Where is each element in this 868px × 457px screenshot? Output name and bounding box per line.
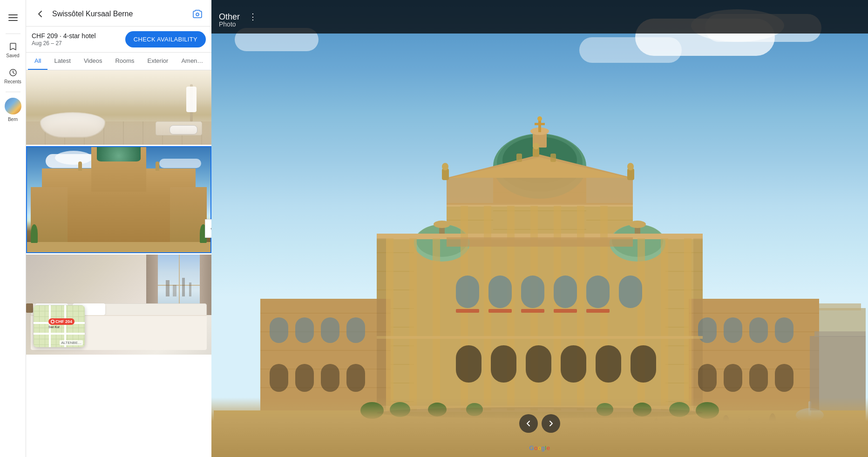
svg-rect-61 — [386, 238, 393, 410]
map-hotel-name: Swi Kur — [48, 325, 75, 329]
photo-bathroom[interactable] — [26, 70, 211, 145]
svg-rect-79 — [619, 276, 642, 308]
tab-videos[interactable]: Videos — [77, 53, 109, 70]
sidebar-item-saved[interactable]: Saved — [2, 38, 24, 62]
sidebar-bern-label: Bern — [8, 117, 18, 122]
svg-rect-71 — [637, 238, 645, 410]
svg-rect-119 — [377, 336, 703, 339]
photo-palace[interactable] — [26, 146, 211, 253]
svg-point-57 — [537, 116, 542, 121]
photo-bedroom[interactable]: CHF 204 Swi Kur ALTENBE… — [26, 255, 211, 355]
palace-building-container — [211, 0, 868, 457]
svg-rect-62 — [409, 238, 417, 410]
svg-rect-33 — [689, 350, 819, 351]
main-photo-view: Other ⋮ Photo — [211, 0, 868, 457]
tabs-bar: All Latest Videos Rooms Exterior Amen… — [26, 53, 211, 70]
map-pin: CHF 204 Swi Kur — [48, 318, 75, 329]
sidebar-divider-top — [6, 34, 20, 34]
sidebar-menu-button[interactable] — [2, 6, 24, 30]
svg-rect-113 — [447, 237, 633, 247]
svg-rect-68 — [554, 206, 561, 410]
svg-rect-73 — [684, 238, 692, 410]
svg-rect-0 — [8, 14, 18, 15]
svg-rect-92 — [321, 364, 339, 392]
svg-rect-63 — [433, 238, 440, 410]
svg-rect-78 — [586, 276, 610, 308]
main-building-image[interactable] — [211, 0, 868, 457]
svg-rect-88 — [321, 317, 339, 343]
svg-rect-56 — [535, 123, 545, 125]
svg-rect-30 — [689, 299, 819, 410]
svg-rect-96 — [749, 317, 768, 343]
sidebar-item-recents[interactable]: Recents — [2, 64, 24, 88]
svg-rect-80 — [456, 345, 481, 383]
svg-rect-111 — [516, 154, 522, 162]
tab-amenities[interactable]: Amen… — [175, 53, 210, 70]
photo-navigation — [519, 414, 560, 433]
camera-button[interactable] — [189, 6, 206, 22]
hotel-panel: Swissôtel Kursaal Berne CHF 209 · 4-star… — [26, 0, 211, 457]
svg-rect-2 — [8, 20, 18, 21]
svg-rect-116 — [521, 309, 544, 313]
tab-rooms[interactable]: Rooms — [108, 53, 141, 70]
svg-rect-25 — [260, 313, 391, 314]
map-thumbnail[interactable]: CHF 204 Swi Kur ALTENBE… — [34, 305, 85, 347]
map-area-label: ALTENBE… — [60, 340, 83, 345]
svg-rect-74 — [456, 276, 479, 308]
tab-exterior[interactable]: Exterior — [141, 53, 175, 70]
svg-rect-117 — [554, 309, 577, 313]
sidebar-saved-label: Saved — [6, 53, 19, 58]
svg-point-106 — [442, 163, 448, 170]
booking-dates: Aug 26 – 27 — [32, 40, 120, 47]
svg-rect-72 — [661, 238, 668, 410]
hotel-header: Swissôtel Kursaal Berne — [26, 0, 211, 27]
photo-overlay-bar: Other ⋮ Photo — [211, 0, 868, 34]
map-price-badge: CHF 204 — [48, 318, 75, 325]
booking-price: CHF 209 · 4-star hotel — [32, 32, 120, 40]
svg-rect-31 — [689, 313, 819, 314]
svg-rect-122 — [693, 238, 703, 410]
svg-rect-77 — [554, 276, 577, 308]
svg-rect-91 — [295, 364, 314, 392]
svg-rect-99 — [724, 364, 742, 392]
sidebar-item-bern[interactable]: Bern — [2, 96, 24, 124]
svg-rect-115 — [488, 309, 512, 313]
svg-point-45 — [629, 221, 646, 228]
tab-latest[interactable]: Latest — [47, 53, 77, 70]
svg-rect-75 — [488, 276, 512, 308]
svg-rect-27 — [260, 350, 391, 351]
svg-rect-95 — [724, 317, 742, 343]
prev-photo-button[interactable] — [519, 414, 538, 433]
chevron-left-icon: ‹ — [210, 225, 211, 232]
svg-rect-114 — [456, 309, 479, 313]
check-availability-button[interactable]: CHECK AVAILABILITY — [125, 31, 206, 47]
bookmark-icon — [8, 41, 18, 52]
tab-all[interactable]: All — [28, 53, 47, 70]
svg-rect-90 — [270, 364, 288, 392]
google-watermark: Google — [529, 444, 550, 451]
next-photo-button[interactable] — [542, 414, 560, 433]
photos-grid: CHF 204 Swi Kur ALTENBE… — [26, 70, 211, 457]
svg-rect-76 — [521, 276, 544, 308]
svg-rect-83 — [561, 345, 586, 383]
overlay-more-button[interactable]: ⋮ — [245, 9, 260, 24]
back-button[interactable] — [32, 6, 48, 22]
svg-point-40 — [434, 221, 450, 228]
svg-point-6 — [52, 321, 54, 323]
svg-marker-102 — [447, 178, 633, 205]
svg-rect-112 — [550, 154, 556, 162]
svg-point-4 — [196, 13, 199, 16]
svg-rect-86 — [270, 317, 288, 343]
collapse-panel-button[interactable]: ‹ — [205, 219, 211, 238]
menu-icon — [8, 13, 18, 23]
more-icon: ⋮ — [249, 12, 257, 22]
svg-rect-87 — [295, 317, 314, 343]
svg-rect-97 — [775, 317, 793, 343]
sidebar: Saved Recents Bern — [0, 0, 26, 457]
svg-marker-104 — [450, 157, 629, 178]
sidebar-divider-mid — [6, 92, 20, 92]
svg-rect-118 — [586, 309, 610, 313]
svg-rect-93 — [346, 364, 365, 392]
hotel-title: Swissôtel Kursaal Berne — [52, 10, 185, 18]
svg-rect-89 — [346, 317, 365, 343]
